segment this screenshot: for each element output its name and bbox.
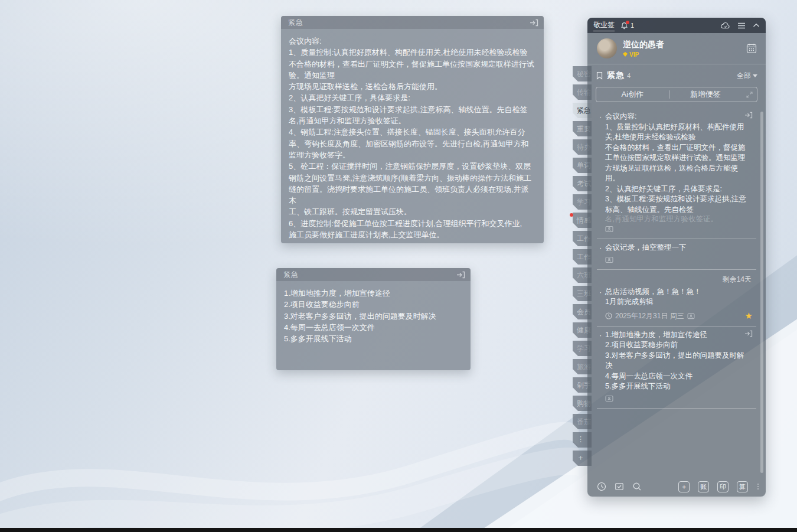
list-bullet: · — [599, 287, 605, 308]
bottom-toolbar: ＋ 账 印 算 — [587, 476, 766, 497]
search-icon[interactable] — [632, 482, 642, 491]
list-bullet: · — [599, 330, 605, 392]
vip-gem-icon — [623, 52, 628, 57]
clock-icon — [605, 312, 612, 319]
note-item-tasks[interactable]: · 1.增加地推力度，增加宣传途径 2.项目收益要稳步向前 3.对老客户多多回访… — [596, 327, 757, 408]
calculator-button[interactable]: 算 — [737, 481, 748, 492]
dock-to-panel-icon[interactable] — [744, 112, 753, 119]
app-title[interactable]: 敬业签 — [593, 20, 615, 31]
more-options-icon[interactable] — [757, 484, 759, 489]
reminder-date: 2025年12月31日 周三 — [615, 311, 684, 321]
creator-card-icon — [605, 226, 613, 233]
sticky-note-header[interactable]: 紧急 — [281, 16, 544, 29]
note-item-meeting[interactable]: · 会议内容: 1、质量控制:认真把好原材料、构配件使用 关,杜绝使用未经检验或… — [596, 108, 757, 239]
notification-red-dot — [626, 21, 629, 24]
scrollbar[interactable] — [760, 112, 763, 473]
sticky-note-title: 紧急 — [283, 270, 299, 280]
time-reminder-icon[interactable] — [597, 482, 606, 491]
cloud-sync-icon[interactable] — [720, 22, 730, 30]
category-count: 4 — [627, 72, 631, 79]
category-name: 紧急 — [607, 70, 625, 81]
reminder-row: 2025年12月31日 周三 ★ — [605, 311, 753, 321]
chevron-down-icon — [753, 74, 757, 77]
user-section: 逆位的愚者 VIP — [587, 33, 766, 64]
note-content[interactable]: 1.增加地推力度，增加宣传途径 2.项目收益要稳步向前 3.对老客户多多回访，提… — [605, 330, 753, 392]
add-note-square-button[interactable]: ＋ — [678, 481, 690, 492]
divider — [597, 408, 756, 409]
filter-label: 全部 — [737, 71, 751, 81]
dock-to-panel-icon[interactable] — [744, 330, 753, 337]
creator-card-icon — [605, 395, 613, 402]
todo-check-icon[interactable] — [615, 482, 624, 491]
sticky-note-content[interactable]: 1.增加地推力度，增加宣传途径 2.项目收益要稳步向前 3.对老客户多多回访，提… — [276, 281, 471, 370]
ledger-button[interactable]: 账 — [698, 481, 709, 492]
sticky-note-urgent-meeting[interactable]: 紧急 会议内容: 1、质量控制:认真把好原材料、构配件使用关,杜绝使用未经检验或… — [281, 16, 544, 243]
new-note-button[interactable]: 新增便签 — [669, 89, 742, 100]
category-notification-dot — [570, 213, 573, 217]
note-item-record[interactable]: · 会议记录，抽空整理一下 — [596, 239, 757, 269]
ai-create-button[interactable]: Ai创作 — [596, 89, 669, 100]
days-remaining-badge: 剩余14天 — [599, 273, 753, 287]
dock-to-panel-icon[interactable] — [530, 19, 538, 27]
note-content-overflow: 名,再通知甲方和监理方验收签证。 — [605, 215, 753, 223]
creator-card-icon — [605, 256, 613, 263]
notification-count: 1 — [631, 22, 634, 29]
filter-dropdown[interactable]: 全部 — [737, 71, 757, 81]
avatar[interactable] — [597, 38, 617, 58]
note-item-video[interactable]: 剩余14天 · 总店活动视频，急！急！急！ 1月前完成剪辑 2025年12月31… — [596, 270, 757, 326]
print-button[interactable]: 印 — [717, 481, 729, 492]
collapse-panel-icon[interactable] — [753, 23, 760, 28]
category-header: 紧急 4 全部 — [587, 64, 766, 84]
vip-badge[interactable]: VIP — [629, 51, 639, 58]
main-panel: 敬业签 1 — [587, 18, 766, 497]
dock-to-panel-icon[interactable] — [456, 271, 465, 279]
taskbar-strip — [0, 528, 797, 532]
bookmark-icon — [596, 71, 603, 80]
note-content[interactable]: 总店活动视频，急！急！急！ 1月前完成剪辑 — [605, 287, 753, 308]
list-bullet: · — [599, 243, 605, 253]
menu-icon[interactable] — [737, 22, 746, 29]
calendar-icon[interactable] — [746, 43, 757, 54]
sticky-note-header[interactable]: 紧急 — [276, 268, 471, 281]
user-name: 逆位的愚者 — [623, 40, 664, 50]
note-content[interactable]: 会议内容: 1、质量控制:认真把好原材料、构配件使用 关,杜绝使用未经检验或检验… — [605, 112, 753, 215]
creator-card-icon — [687, 313, 695, 319]
sticky-note-urgent-tasks[interactable]: 紧急 1.增加地推力度，增加宣传途径 2.项目收益要稳步向前 3.对老客户多多回… — [276, 268, 471, 370]
desktop: 紧急 会议内容: 1、质量控制:认真把好原材料、构配件使用关,杜绝使用未经检验或… — [0, 0, 797, 532]
note-list: · 会议内容: 1、质量控制:认真把好原材料、构配件使用 关,杜绝使用未经检验或… — [587, 108, 766, 409]
expand-icon[interactable] — [742, 91, 757, 99]
sticky-note-content[interactable]: 会议内容: 1、质量控制:认真把好原材料、构配件使用关,杜绝使用未经检验或检验 … — [281, 29, 544, 243]
action-bar: Ai创作 新增便签 — [596, 87, 757, 102]
note-content[interactable]: 会议记录，抽空整理一下 — [605, 243, 753, 253]
sticky-note-title: 紧急 — [288, 18, 303, 28]
list-bullet: · — [599, 112, 605, 215]
panel-titlebar[interactable]: 敬业签 1 — [587, 18, 766, 33]
star-icon[interactable]: ★ — [745, 312, 753, 320]
notification-bell-icon[interactable] — [620, 22, 628, 30]
